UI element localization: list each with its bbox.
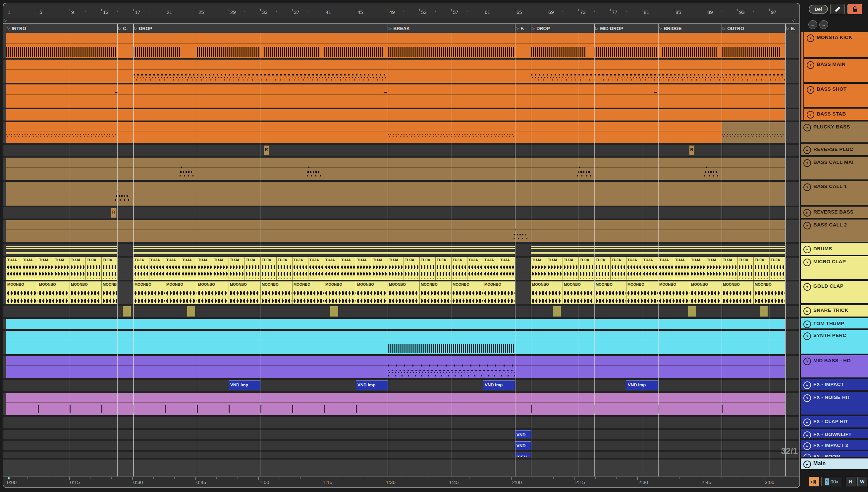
lane-bass-stab[interactable] <box>3 109 799 121</box>
audio-clip[interactable]: TUJA <box>308 257 324 280</box>
track-header-plucky-bass[interactable]: ▾PLUCKY BASS <box>801 122 868 142</box>
unfold-chevron-icon[interactable]: ▾ <box>803 183 811 191</box>
track-header-fx-impact[interactable]: ▸FX - IMPACT <box>801 379 868 390</box>
lane-micro-clap[interactable]: TUJATUJATUJATUJATUJATUJATUJATUJATUJATUJA… <box>3 257 799 280</box>
audio-clip[interactable]: TUJA <box>292 257 308 280</box>
unfold-chevron-icon[interactable]: ▾ <box>807 61 814 69</box>
lane-bass-shot[interactable] <box>3 84 799 107</box>
audio-clip[interactable]: TUJA <box>594 257 610 280</box>
reverse-clip[interactable]: R <box>264 145 269 155</box>
lane-reverse-bass[interactable]: R <box>3 207 799 219</box>
audio-clip[interactable]: TUJA <box>260 257 276 280</box>
locator-bridge[interactable]: ▷BRIDGE <box>658 24 682 33</box>
locator-c-[interactable]: ▷C. <box>117 24 127 33</box>
audio-clip[interactable]: TUJA <box>38 257 54 280</box>
clip[interactable] <box>6 84 785 107</box>
link-button[interactable] <box>830 4 845 14</box>
zoom-level-field[interactable]: 1.00x <box>821 477 842 486</box>
audio-clip[interactable]: TUJA <box>547 257 563 280</box>
track-header-bass-main[interactable]: ▾BASS MAIN <box>804 59 868 82</box>
track-header-bass-stab[interactable]: ▸BASS STAB <box>804 108 868 120</box>
audio-clip[interactable]: TUJA <box>435 257 451 280</box>
play-icon[interactable]: ▸ <box>803 432 811 438</box>
audio-clip[interactable]: TUJA <box>467 257 483 280</box>
track-header-snare-trick[interactable]: ▸SNARE TRICK <box>801 305 868 317</box>
play-icon[interactable]: ▸ <box>803 382 811 389</box>
unfold-chevron-icon[interactable]: ▾ <box>803 159 811 167</box>
lane-plucky-bass[interactable] <box>3 122 799 143</box>
lane-bass-main[interactable] <box>3 59 799 83</box>
play-icon[interactable]: ▸ <box>803 320 811 328</box>
audio-clip[interactable]: TUJA <box>181 257 197 280</box>
audio-clip[interactable]: TUJA <box>213 257 229 280</box>
audio-clip[interactable]: MOONBO <box>419 281 451 304</box>
fx-clip[interactable]: VND <box>515 441 531 450</box>
unfold-chevron-icon[interactable]: ▾ <box>803 394 811 402</box>
audio-clip[interactable]: MOONBO <box>133 281 165 304</box>
locator-break[interactable]: ▷BREAK <box>388 24 410 33</box>
track-header-monsta-kick[interactable]: ▾MONSTA KICK <box>804 32 868 57</box>
lane-mid-bass-ho[interactable] <box>3 356 799 378</box>
snare-fill-clip[interactable] <box>688 306 696 317</box>
fx-clip[interactable]: [SEN <box>515 452 531 457</box>
lane-tom-thump[interactable] <box>3 319 799 329</box>
audio-clip[interactable]: TUJA <box>86 257 101 280</box>
locator-drop[interactable]: ▷DROP <box>133 24 153 33</box>
audio-clip[interactable]: TUJA <box>54 257 70 280</box>
lane-bass-call-mai[interactable] <box>3 157 799 180</box>
audio-clip[interactable]: MOONBO <box>6 281 38 304</box>
track-header-bass-call-mai[interactable]: ▾BASS CALL MAI <box>801 157 868 179</box>
fx-clip[interactable]: VND <box>515 430 531 438</box>
audio-clip[interactable]: MOONBO <box>70 281 101 304</box>
audio-clip[interactable]: TUJA <box>737 257 753 280</box>
audio-clip[interactable]: TUJA <box>133 257 149 280</box>
audio-clip[interactable]: MOONBO <box>722 281 753 304</box>
snare-fill-clip[interactable] <box>760 306 768 317</box>
locator-mid-drop[interactable]: ▷MID DROP <box>594 24 623 33</box>
fx-clip[interactable]: VND Imp <box>229 380 260 390</box>
audio-clip[interactable]: MOONBO <box>388 281 419 304</box>
group-icon[interactable]: ≡ <box>803 246 811 253</box>
track-header-bass-shot[interactable]: ▾BASS SHOT <box>804 84 868 107</box>
audio-clip[interactable]: TUJA <box>197 257 213 280</box>
audio-clip[interactable]: TUJA <box>229 257 244 280</box>
zoom-height-button[interactable]: H <box>846 477 855 486</box>
unfold-chevron-icon[interactable]: ▾ <box>803 358 811 365</box>
audio-clip[interactable]: TUJA <box>753 257 769 280</box>
audio-clip[interactable]: TUJA <box>769 257 785 280</box>
unfold-chevron-icon[interactable]: ▾ <box>803 333 811 340</box>
audio-clip[interactable]: TUJA <box>101 257 117 280</box>
audio-clip[interactable]: TUJA <box>451 257 467 280</box>
lane-fx-clap-hit[interactable] <box>3 417 799 428</box>
audio-clip[interactable]: TUJA <box>722 257 737 280</box>
play-icon[interactable]: ▸ <box>803 453 811 457</box>
waveform-zoom-button[interactable] <box>809 477 819 486</box>
audio-clip[interactable]: TUJA <box>165 257 181 280</box>
group-mini-clips[interactable] <box>6 244 117 256</box>
audio-clip[interactable]: TUJA <box>70 257 86 280</box>
audio-clip[interactable]: TUJA <box>626 257 642 280</box>
audio-clip[interactable]: TUJA <box>499 257 515 280</box>
reverse-clip[interactable]: R <box>689 145 695 155</box>
track-header-bass-call-2[interactable]: ▾BASS CALL 2 <box>801 220 868 242</box>
clip[interactable] <box>6 393 785 415</box>
audio-clip[interactable]: MOONBO <box>531 281 563 304</box>
track-header-tom-thump[interactable]: ▸TOM THUMP <box>801 318 868 328</box>
snare-fill-clip[interactable] <box>330 306 338 317</box>
play-icon[interactable]: ▸ <box>803 209 811 217</box>
audio-clip[interactable]: TUJA <box>658 257 674 280</box>
unfold-chevron-icon[interactable]: ▾ <box>803 259 811 266</box>
audio-clip[interactable]: TUJA <box>403 257 419 280</box>
track-header-bass-call-1[interactable]: ▾BASS CALL 1 <box>801 181 868 205</box>
audio-clip[interactable]: TUJA <box>244 257 260 280</box>
locator-outro[interactable]: ▷OUTRO <box>722 24 744 33</box>
audio-clip[interactable]: TUJA <box>483 257 499 280</box>
audio-clip[interactable]: TUJA <box>642 257 658 280</box>
track-header-fx-clap-hit[interactable]: ▸FX - CLAP HIT <box>801 416 868 427</box>
audio-clip[interactable]: MOONBO <box>38 281 70 304</box>
audio-clip[interactable]: TUJA <box>388 257 403 280</box>
snare-fill-clip[interactable] <box>187 306 195 317</box>
lane-synth-perc[interactable] <box>3 331 799 354</box>
audio-clip[interactable]: MOONBO <box>292 281 324 304</box>
unfold-chevron-icon[interactable]: ▾ <box>803 124 811 131</box>
